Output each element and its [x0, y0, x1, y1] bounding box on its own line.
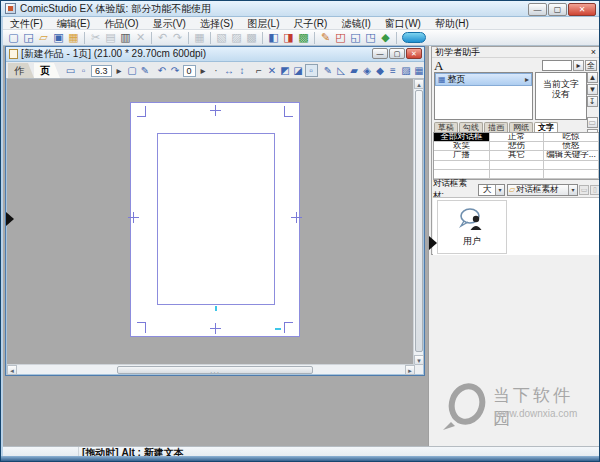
category-all[interactable]: 全部对话框 — [434, 133, 490, 142]
select-a-icon[interactable]: ◩ — [279, 64, 292, 77]
menu-filter[interactable]: 滤镜(I) — [334, 17, 377, 30]
minimize-button[interactable]: — — [528, 3, 547, 16]
tools-palette-icon[interactable]: ◧ — [266, 31, 281, 45]
page-thumbnail-icon[interactable]: ▫ — [77, 64, 90, 77]
pen-tool-icon[interactable]: ✎ — [322, 64, 335, 77]
menu-file[interactable]: 文件(F) — [3, 17, 50, 30]
move-up-icon[interactable]: ▲ — [587, 72, 598, 83]
shape-tool-icon[interactable]: ▰ — [348, 64, 361, 77]
paste-icon[interactable]: ▥ — [118, 31, 133, 45]
tab-page[interactable]: 页面 × — [34, 63, 60, 78]
menu-window[interactable]: 窗口(W) — [378, 17, 428, 30]
flip-vertical-icon[interactable]: ↕ — [236, 64, 249, 77]
material-list-icon[interactable]: ▯ — [590, 185, 600, 195]
rotate-menu-icon[interactable]: ▸ — [197, 64, 210, 77]
corner-mark-icon[interactable]: ⌐ — [253, 64, 266, 77]
preview-monitor-icon[interactable]: ▭ — [64, 64, 77, 77]
assistant-close-icon[interactable]: × — [591, 48, 596, 57]
delete-icon[interactable]: ✕ — [133, 31, 148, 45]
history-palette-icon[interactable]: ◳ — [363, 31, 378, 45]
menu-edit[interactable]: 编辑(E) — [50, 17, 97, 30]
category-angry[interactable]: 愤怒 — [544, 142, 599, 151]
polygon-tool-icon[interactable]: ◈ — [361, 64, 374, 77]
page-delete-icon[interactable]: ▩ — [244, 31, 259, 45]
tab-draft[interactable]: 草稿 — [434, 122, 458, 132]
category-normal[interactable]: 正常 — [490, 133, 544, 142]
story-item-fullpage[interactable]: ▦ 整页 ▸ — [435, 73, 532, 86]
edit-keywords[interactable]: 编辑关键字... — [544, 151, 599, 160]
marquee-icon[interactable]: ▫ — [305, 64, 318, 77]
zoom-menu-icon[interactable]: ▸ — [113, 64, 126, 77]
tab-tone[interactable]: 网纸 — [509, 122, 533, 132]
category-sad[interactable]: 悲伤 — [490, 142, 544, 151]
all-button[interactable]: 全 — [585, 60, 597, 71]
vertical-scrollbar[interactable]: ▲ ▼ — [413, 79, 423, 365]
cut-icon[interactable]: ✂ — [88, 31, 103, 45]
web-badge-icon[interactable] — [402, 32, 426, 43]
scroll-left-icon[interactable]: ◄ — [7, 365, 17, 375]
fill-tool-icon[interactable]: ◆ — [374, 64, 387, 77]
pattern-tool-icon[interactable]: ▦ — [413, 64, 426, 77]
move-down-icon[interactable]: ▼ — [587, 84, 598, 95]
doc-new-page-icon[interactable]: ▢ — [126, 64, 139, 77]
open-icon[interactable]: ▱ — [36, 31, 51, 45]
story-list[interactable]: ▦ 整页 ▸ — [434, 72, 533, 120]
text-search-input[interactable] — [542, 60, 572, 71]
category-laugh[interactable]: 欢笑 — [434, 142, 490, 151]
flip-horizontal-icon[interactable]: ↔ — [223, 64, 236, 77]
rotate-cw-icon[interactable]: ↷ — [169, 64, 182, 77]
page-copy-icon[interactable]: ▧ — [214, 31, 229, 45]
scroll-right-icon[interactable]: ► — [405, 365, 415, 375]
tone-tool-icon[interactable]: ▨ — [400, 64, 413, 77]
edit-page-icon[interactable]: ✎ — [139, 64, 152, 77]
menu-select[interactable]: 选择(S) — [193, 17, 240, 30]
scroll-down-icon[interactable]: ▼ — [414, 355, 424, 365]
new-template-icon[interactable]: ◲ — [21, 31, 36, 45]
materials-palette-icon[interactable]: ▩ — [296, 31, 311, 45]
print-icon[interactable]: ▦ — [192, 31, 207, 45]
copy-icon[interactable]: ▤ — [103, 31, 118, 45]
size-select[interactable]: 大 ▾ — [478, 184, 505, 196]
ruler-tool-icon[interactable]: ◺ — [335, 64, 348, 77]
close-button[interactable]: ✕ — [568, 3, 596, 16]
menu-view[interactable]: 显示(V) — [146, 17, 193, 30]
menu-layer[interactable]: 图层(L) — [240, 17, 286, 30]
vscroll-thumb[interactable] — [415, 90, 423, 352]
tab-text[interactable]: 文字 — [534, 122, 558, 132]
category-broadcast[interactable]: 广播 — [434, 151, 490, 160]
material-item-user[interactable]: 用户 — [437, 200, 507, 254]
tab-inking[interactable]: 勾线 — [459, 122, 483, 132]
hscroll-thumb[interactable]: ··· — [117, 366, 313, 374]
expand-button[interactable]: ▸ — [573, 60, 584, 71]
maximize-button[interactable]: ▢ — [548, 3, 567, 16]
menu-help[interactable]: 帮助(H) — [428, 17, 476, 30]
navigator-palette-icon[interactable]: ◱ — [348, 31, 363, 45]
layers-palette-icon[interactable]: ◨ — [281, 31, 296, 45]
menu-ruler[interactable]: 尺子(R) — [287, 17, 335, 30]
category-other[interactable]: 其它 — [490, 151, 544, 160]
gallery-icon[interactable]: ◆ — [378, 31, 393, 45]
parallel-lines-icon[interactable]: ≡ — [387, 64, 400, 77]
save-icon[interactable]: ▣ — [51, 31, 66, 45]
save-all-icon[interactable]: ▦ — [66, 31, 81, 45]
horizontal-scrollbar[interactable]: ◄ ··· ► — [7, 364, 415, 374]
material-combo[interactable]: ▱ 对话框素材 ▾ — [507, 184, 578, 196]
pen-settings-icon[interactable]: ✎ — [318, 31, 333, 45]
material-refresh-icon[interactable]: ▭ — [579, 185, 589, 195]
undo-icon[interactable]: ↶ — [155, 31, 170, 45]
select-b-icon[interactable]: ◪ — [292, 64, 305, 77]
tab-drawing[interactable]: 描画 — [484, 122, 508, 132]
menu-story[interactable]: 作品(O) — [97, 17, 145, 30]
rotate-ccw-icon[interactable]: ↶ — [156, 64, 169, 77]
rotate-value-field[interactable]: 0 — [183, 65, 196, 77]
new-page-icon[interactable]: ▢ — [6, 31, 21, 45]
page-paste-icon[interactable]: ▨ — [229, 31, 244, 45]
doc-maximize-button[interactable]: ▢ — [389, 48, 405, 59]
page-canvas[interactable] — [7, 79, 415, 365]
properties-palette-icon[interactable]: ◰ — [333, 31, 348, 45]
material-dropdown-icon[interactable]: ▾ — [568, 185, 577, 195]
size-dropdown-icon[interactable]: ▾ — [495, 185, 504, 195]
redo-icon[interactable]: ↷ — [170, 31, 185, 45]
zoom-value-field[interactable]: 6.3 — [91, 65, 112, 77]
category-surprise[interactable]: 吃惊 — [544, 133, 599, 142]
